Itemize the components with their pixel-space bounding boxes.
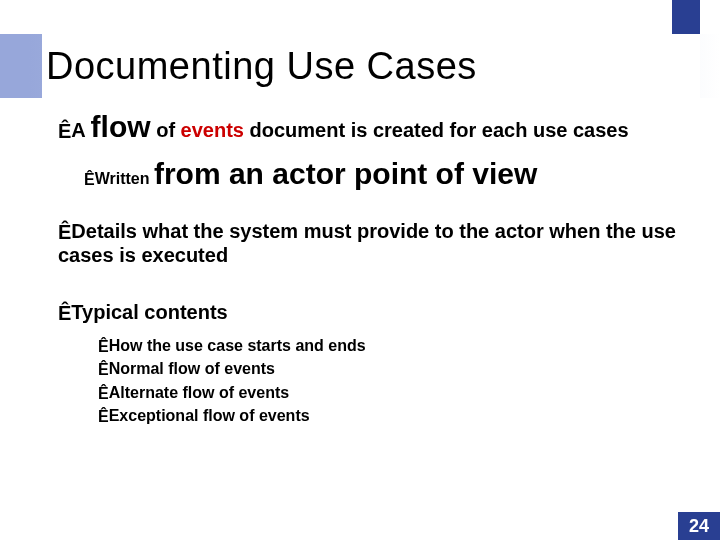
bullet-1-events: events [181, 119, 244, 141]
bullet-2-text: Details what the system must provide to … [58, 220, 676, 266]
content-area: ÊA flow of events document is created fo… [58, 110, 680, 500]
bullet-1-sub-prefix: Written [95, 170, 154, 187]
bullet-1-line: ÊA flow of events document is created fo… [58, 110, 680, 145]
bullet-1: ÊA flow of events document is created fo… [58, 110, 680, 191]
slide: Documenting Use Cases ÊA flow of events … [0, 0, 720, 540]
bullet-1-sub: ÊWritten from an actor point of view [84, 157, 680, 191]
list-item-text: Alternate flow of events [109, 384, 289, 401]
list-item: ÊNormal flow of events [98, 357, 680, 380]
arrow-icon: Ê [58, 220, 71, 244]
title-inner: Documenting Use Cases [42, 34, 700, 98]
list-item: ÊExceptional flow of events [98, 404, 680, 427]
page-number: 24 [678, 512, 720, 540]
arrow-icon: Ê [98, 358, 109, 381]
bullet-3: ÊTypical contents ÊHow the use case star… [58, 301, 680, 427]
bullet-1-flow: flow [91, 110, 151, 143]
list-item: ÊAlternate flow of events [98, 381, 680, 404]
list-item-text: Normal flow of events [109, 360, 275, 377]
top-bar [0, 0, 720, 34]
arrow-icon: Ê [84, 171, 95, 189]
slide-title: Documenting Use Cases [46, 45, 477, 88]
arrow-icon: Ê [98, 405, 109, 428]
arrow-icon: Ê [58, 120, 71, 143]
arrow-icon: Ê [58, 302, 71, 325]
list-item-text: How the use case starts and ends [109, 337, 366, 354]
list-item: ÊHow the use case starts and ends [98, 334, 680, 357]
bullet-1-mid: of [151, 119, 181, 141]
arrow-icon: Ê [98, 335, 109, 358]
bullet-1-rest: document is created for each use cases [244, 119, 629, 141]
arrow-icon: Ê [98, 382, 109, 405]
title-band: Documenting Use Cases [0, 34, 720, 98]
bullet-3-heading: Typical contents [71, 301, 227, 323]
bullet-3-list: ÊHow the use case starts and ends ÊNorma… [98, 334, 680, 427]
bullet-2: ÊDetails what the system must provide to… [58, 219, 680, 268]
bullet-1-sub-big: from an actor point of view [154, 157, 537, 190]
bullet-1-prefix: A [71, 119, 90, 141]
list-item-text: Exceptional flow of events [109, 407, 310, 424]
